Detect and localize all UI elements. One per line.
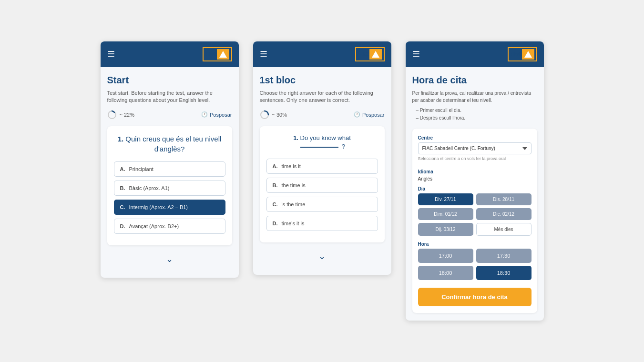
option-letter-2c: C. <box>273 201 278 207</box>
progress-row-2: ~ 30% 🕐 Posposar <box>260 110 385 120</box>
hora-subtitle: Per finalitzar la prova, cal realitzar u… <box>412 90 537 104</box>
menu-icon-1[interactable]: ☰ <box>107 49 115 60</box>
confirm-button[interactable]: Confirmar hora de cita <box>418 288 532 306</box>
option-2a[interactable]: A. time is it <box>266 159 378 174</box>
centre-note: Selecciona el centre a on vols fer la pr… <box>418 156 532 161</box>
option-1a[interactable]: A. Principiant <box>114 161 225 177</box>
option-letter-1d: D. <box>120 223 125 229</box>
fiac-logo-1: FIAC <box>203 47 232 61</box>
option-text-2d: time's it is <box>282 221 305 226</box>
logo-text-1: FIAC <box>205 52 216 57</box>
option-text-1b: Bàsic (Aprox. A1) <box>129 185 170 191</box>
question-card-2: 1. Do you know what ? A. time is it B. t… <box>260 126 385 242</box>
bullet-2: – Després escull l'hora. <box>416 114 537 122</box>
menu-icon-3[interactable]: ☰ <box>412 49 420 60</box>
option-1b[interactable]: B. Bàsic (Aprox. A1) <box>114 181 225 196</box>
form-section: Centre FIAC Sabadell Centre (C. Fortuny)… <box>412 129 537 313</box>
progress-text-2: ~ 30% <box>272 112 287 118</box>
centre-select[interactable]: FIAC Sabadell Centre (C. Fortuny) <box>418 142 532 154</box>
fiac-logo-2: FIAC <box>355 47 384 61</box>
logo-icon-3 <box>522 49 534 60</box>
option-letter-1b: B. <box>120 185 125 191</box>
option-2d[interactable]: D. time's it is <box>266 216 378 231</box>
options-list-1: A. Principiant B. Bàsic (Aprox. A1) C. I… <box>114 161 225 234</box>
option-letter-1c: C. <box>120 204 125 210</box>
screen-hora: ☰ FIAC Hora de cita Per finalitzar la pr… <box>406 41 544 321</box>
header-2: ☰ FIAC <box>253 41 391 67</box>
question-prefix-2: Do you know what <box>300 134 351 141</box>
day-btn-5[interactable]: Més dies <box>476 223 532 236</box>
idioma-label: Idioma <box>418 169 532 174</box>
question-blank-2 <box>300 147 338 148</box>
clock-icon-1: 🕐 <box>201 111 208 118</box>
option-text-1a: Principiant <box>129 166 153 172</box>
day-btn-3[interactable]: Dic. 02/12 <box>476 208 532 220</box>
screen-start: ☰ FIAC Start Test start. Before starting… <box>101 41 239 278</box>
question-number-2: 1. <box>293 134 298 141</box>
posposar-label-2: Posposar <box>362 112 384 118</box>
menu-icon-2[interactable]: ☰ <box>260 49 267 60</box>
day-btn-0[interactable]: Div. 27/11 <box>418 193 473 205</box>
progress-info-2: ~ 30% <box>260 110 287 120</box>
progress-circle-icon-1 <box>107 110 117 120</box>
day-btn-1[interactable]: Dis. 28/11 <box>476 193 532 205</box>
option-letter-2d: D. <box>273 221 278 226</box>
header-3: ☰ FIAC <box>406 41 544 67</box>
option-2b[interactable]: B. the time is <box>266 178 378 193</box>
progress-text-1: ~ 22% <box>120 112 135 118</box>
clock-icon-2: 🕐 <box>354 111 360 118</box>
screen-title-2: 1st bloc <box>260 75 385 86</box>
day-grid: Div. 27/11 Dis. 28/11 Dim. 01/12 Dic. 02… <box>418 193 532 236</box>
option-text-1c: Intermig (Aprox. A2 – B1) <box>129 204 188 210</box>
options-list-2: A. time is it B. the time is C. 's the t… <box>266 159 378 231</box>
posposar-button-2[interactable]: 🕐 Posposar <box>354 111 384 118</box>
content-1: Start Test start. Before starting the te… <box>101 67 239 278</box>
logo-icon-1 <box>217 49 229 60</box>
bullet-1: – Primer escull el dia. <box>416 107 537 114</box>
option-text-1d: Avançat (Aprox. B2+) <box>129 223 179 229</box>
question-number-1: 1. <box>118 135 124 143</box>
hora-content: Hora de cita Per finalitzar la prova, ca… <box>406 67 544 321</box>
question-text-1: 1. Quin creus que és el teu nivell d'ang… <box>114 134 225 154</box>
time-btn-2[interactable]: 18:00 <box>418 266 473 280</box>
chevron-down-2[interactable]: ⌄ <box>260 248 385 267</box>
logo-text-2: FIAC <box>358 52 369 57</box>
fiac-logo-3: FIAC <box>508 47 537 61</box>
time-grid: 17:00 17:30 18:00 18:30 <box>418 249 532 280</box>
logo-icon-2 <box>369 49 382 60</box>
hora-title: Hora de cita <box>412 75 537 86</box>
screen-subtitle-1: Test start. Before starting the test, an… <box>107 90 232 104</box>
header-1: ☰ FIAC <box>101 41 239 67</box>
hora-bullets: – Primer escull el dia. – Després escull… <box>412 107 537 122</box>
progress-row-1: ~ 22% 🕐 Posposar <box>107 110 232 120</box>
option-letter-1a: A. <box>120 166 125 172</box>
option-1c[interactable]: C. Intermig (Aprox. A2 – B1) <box>114 200 225 215</box>
option-letter-2b: B. <box>273 182 278 188</box>
centre-label: Centre <box>418 135 532 141</box>
question-body-1: Quin creus que és el teu nivell d'anglès… <box>125 135 221 153</box>
time-btn-3[interactable]: 18:30 <box>476 266 532 280</box>
posposar-button-1[interactable]: 🕐 Posposar <box>201 111 232 118</box>
question-card-1: 1. Quin creus que és el teu nivell d'ang… <box>107 126 232 245</box>
idioma-value: Anglès <box>418 176 532 181</box>
progress-circle-icon-2 <box>260 110 269 120</box>
chevron-down-1[interactable]: ⌄ <box>107 251 232 270</box>
time-btn-1[interactable]: 17:30 <box>476 249 532 263</box>
time-btn-0[interactable]: 17:00 <box>418 249 473 263</box>
day-btn-4[interactable]: Dij. 03/12 <box>418 223 473 236</box>
posposar-label-1: Posposar <box>210 112 232 118</box>
day-btn-2[interactable]: Dim. 01/12 <box>418 208 473 220</box>
option-2c[interactable]: C. 's the time <box>266 197 378 212</box>
divider-1 <box>418 166 532 166</box>
screens-container: ☰ FIAC Start Test start. Before starting… <box>91 22 553 340</box>
screen-subtitle-2: Choose the right answer for each of the … <box>260 90 385 104</box>
option-1d[interactable]: D. Avançat (Aprox. B2+) <box>114 219 225 234</box>
option-text-2b: the time is <box>282 182 306 188</box>
screen-title-1: Start <box>107 75 232 86</box>
hora-label: Hora <box>418 241 532 247</box>
option-letter-2a: A. <box>273 163 278 169</box>
question-text-2: 1. Do you know what ? <box>266 134 378 151</box>
logo-text-3: FIAC <box>511 52 521 57</box>
content-2: 1st bloc Choose the right answer for eac… <box>253 67 391 275</box>
question-suffix-2: ? <box>342 143 345 150</box>
